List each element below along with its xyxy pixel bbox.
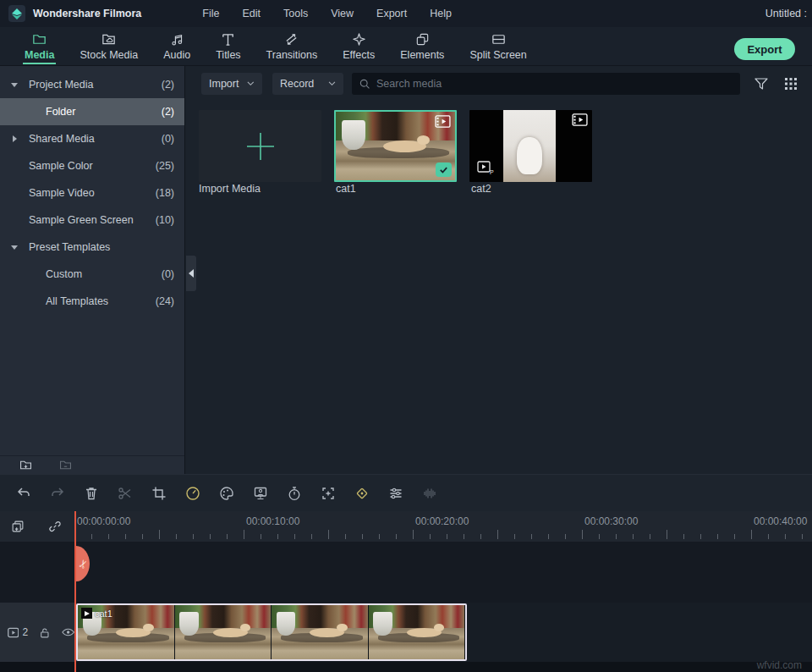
tab-media[interactable]: Media (12, 27, 67, 65)
ruler-tick (210, 534, 211, 539)
tab-titles[interactable]: Titles (203, 27, 253, 65)
track-number: 2 (22, 626, 28, 638)
sidebar-item-sample-color[interactable]: Sample Color (25) (0, 152, 184, 179)
tab-elements[interactable]: Elements (387, 27, 457, 65)
duration-icon[interactable] (286, 485, 303, 502)
ruler-label: 00:00:40:00 (754, 515, 807, 527)
search-media-box[interactable] (352, 73, 740, 95)
crop-icon[interactable] (151, 485, 167, 502)
ruler-tick (379, 534, 380, 539)
ruler-tick (683, 534, 684, 539)
menu-help[interactable]: Help (430, 8, 452, 19)
tab-stock-media[interactable]: Stock Media (67, 27, 151, 65)
ruler-tick (176, 534, 177, 539)
cut-icon[interactable] (117, 485, 134, 502)
delete-icon[interactable] (83, 485, 100, 502)
menu-file[interactable]: File (202, 8, 219, 19)
ruler-tick (142, 534, 143, 539)
ruler-tick (125, 534, 126, 539)
import-media-tile[interactable] (199, 110, 321, 182)
search-input[interactable] (376, 78, 733, 90)
undo-icon[interactable] (15, 485, 32, 502)
track-type-video-icon (8, 627, 19, 638)
menu-export[interactable]: Export (376, 8, 407, 19)
titles-t-icon (220, 31, 236, 47)
motion-tracking-icon[interactable] (320, 485, 337, 502)
clip-frame (272, 605, 369, 659)
sidebar-collapse-handle[interactable] (186, 256, 196, 291)
ruler-tick (277, 534, 278, 539)
cat2-label: cat2 (471, 183, 491, 195)
playhead-line[interactable] (74, 511, 76, 672)
sidebar-item-shared-media[interactable]: Shared Media (0) (0, 125, 184, 152)
record-dropdown[interactable]: Record (272, 73, 343, 95)
effects-star-icon (351, 31, 367, 47)
sidebar-item-custom[interactable]: Custom (0) (0, 261, 184, 288)
grid-view-icon[interactable] (783, 76, 798, 91)
edit-toolbar (0, 474, 812, 511)
export-button[interactable]: Export (734, 38, 795, 60)
menubar: Wondershare Filmora File Edit Tools View… (0, 0, 812, 27)
tab-audio[interactable]: Audio (151, 27, 203, 65)
ruler-tick (447, 534, 447, 539)
adjust-icon[interactable] (387, 485, 404, 502)
eye-icon[interactable] (62, 627, 74, 637)
timeline-empty-area[interactable] (0, 542, 812, 603)
add-folder-icon[interactable] (19, 458, 33, 472)
sidebar-item-sample-green-screen[interactable]: Sample Green Screen (10) (0, 207, 184, 234)
sidebar-item-sample-video[interactable]: Sample Video (18) (0, 179, 184, 207)
app-title: Wondershare Filmora (33, 8, 141, 19)
feature-tabbar: Media Stock Media Audio Titles (0, 27, 812, 66)
sidebar-item-project-media[interactable]: Project Media (2) (0, 71, 184, 98)
ruler-tick (227, 534, 228, 539)
menu-view[interactable]: View (331, 8, 354, 19)
sidebar-item-all-templates[interactable]: All Templates (24) (0, 288, 184, 315)
chevron-down-icon[interactable] (11, 83, 18, 87)
ruler-tick (362, 534, 363, 539)
timeline-ruler[interactable]: 00:00:00:00 00:00:10:00 00:00:20:00 00:0… (74, 511, 812, 542)
ruler-tick (768, 534, 769, 539)
elements-icon (414, 31, 431, 47)
ruler-tick (802, 534, 803, 539)
timeline-tools (0, 511, 74, 542)
film-icon (572, 113, 588, 126)
manage-tracks-icon[interactable] (10, 519, 25, 534)
media-toolbar: Import Record (201, 73, 798, 95)
color-icon[interactable] (218, 485, 235, 502)
sidebar-item-preset-templates[interactable]: Preset Templates (0, 234, 184, 261)
ruler-tick (430, 534, 431, 539)
menu-edit[interactable]: Edit (242, 8, 261, 19)
ruler-tick (785, 534, 786, 539)
import-dropdown[interactable]: Import (201, 73, 262, 95)
media-item-cat1[interactable] (334, 110, 457, 182)
tab-transitions[interactable]: Transitions (254, 27, 331, 65)
stock-media-icon (101, 31, 117, 47)
ruler-tick (751, 530, 752, 539)
ruler-tick (311, 534, 312, 539)
redo-icon[interactable] (49, 485, 66, 502)
speed-icon[interactable] (184, 485, 201, 502)
remove-folder-icon[interactable] (58, 458, 73, 472)
media-item-cat2[interactable]: P (469, 110, 592, 182)
clip-label: cat1 (81, 608, 112, 619)
sidebar-footer (0, 455, 184, 474)
chevron-down-icon[interactable] (11, 245, 18, 250)
sidebar-item-folder[interactable]: Folder (2) (0, 98, 184, 125)
keyframe-icon[interactable] (354, 485, 370, 502)
svg-text:P: P (490, 169, 494, 175)
ruler-tick (717, 534, 718, 539)
chevron-right-icon[interactable] (13, 135, 17, 142)
link-icon[interactable] (47, 519, 63, 534)
filter-icon[interactable] (754, 76, 769, 91)
timeline-clip-cat1[interactable]: cat1 (76, 603, 467, 661)
audio-mixer-icon[interactable] (421, 485, 438, 502)
menu-tools[interactable]: Tools (283, 8, 308, 19)
chroma-key-icon[interactable] (252, 485, 269, 502)
ruler-tick (193, 534, 194, 539)
ruler-label: 00:00:00:00 (77, 515, 130, 527)
watermark: wfvid.com (757, 659, 802, 671)
tab-split-screen[interactable]: Split Screen (457, 27, 539, 65)
ruler-label: 00:00:30:00 (584, 515, 638, 527)
lock-icon[interactable] (40, 626, 50, 639)
tab-effects[interactable]: Effects (330, 27, 387, 65)
